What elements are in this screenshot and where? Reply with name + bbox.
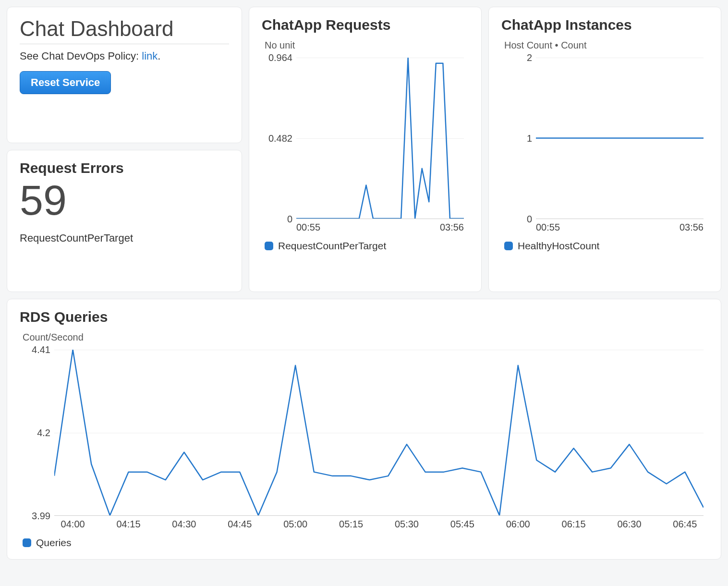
- ytick: 4.2: [37, 427, 50, 439]
- header-card: Chat Dashboard See Chat DevOps Policy: l…: [7, 7, 242, 143]
- ytick: 0.482: [268, 133, 292, 144]
- chart-rds-plot: 4.41 4.2 3.99 04:0004:1504:3004:4505:000…: [20, 350, 708, 532]
- xtick: 06:45: [673, 519, 697, 530]
- xtick: 05:15: [339, 519, 363, 530]
- policy-link[interactable]: link: [142, 50, 158, 62]
- chart-rds-card: RDS Queries Count/Second 4.41 4.2 3.99 0…: [7, 299, 721, 560]
- chart-instances-unit: Host Count • Count: [504, 40, 708, 51]
- chart-rds-legend: Queries: [20, 537, 708, 549]
- errors-card: Request Errors 59 RequestCountPerTarget: [7, 150, 242, 292]
- chart-requests-plot: 0.964 0.482 0 00:55 03:56: [262, 58, 469, 235]
- xtick: 03:56: [679, 222, 704, 233]
- ytick: 2: [527, 52, 532, 63]
- chart-rds-line: [54, 350, 704, 515]
- chart-rds-unit: Count/Second: [23, 332, 708, 343]
- chart-instances-title: ChatApp Instances: [501, 17, 708, 33]
- ytick: 3.99: [32, 511, 50, 522]
- chart-instances-card: ChatApp Instances Host Count • Count 2 1…: [488, 7, 721, 292]
- chart-requests-legend: RequestCountPerTarget: [262, 240, 469, 252]
- xtick: 04:45: [228, 519, 252, 530]
- ytick: 4.41: [32, 344, 50, 355]
- chart-requests-unit: No unit: [265, 40, 469, 51]
- chart-instances-line: [536, 58, 704, 219]
- legend-label: HealthyHostCount: [518, 240, 599, 252]
- legend-swatch-icon: [265, 242, 273, 250]
- errors-title: Request Errors: [20, 160, 229, 176]
- xtick: 05:00: [283, 519, 307, 530]
- policy-line: See Chat DevOps Policy: link.: [20, 50, 229, 62]
- ytick: 0: [287, 214, 292, 225]
- xtick: 00:55: [296, 222, 320, 233]
- legend-swatch-icon: [23, 538, 31, 547]
- chart-requests-line: [296, 58, 464, 219]
- legend-swatch-icon: [504, 242, 513, 250]
- xtick: 04:00: [61, 519, 85, 530]
- ytick: 0: [527, 214, 532, 225]
- xtick: 03:56: [440, 222, 464, 233]
- policy-trail: .: [158, 50, 160, 62]
- page-title: Chat Dashboard: [20, 17, 229, 41]
- xtick: 05:30: [395, 519, 419, 530]
- policy-text: See Chat DevOps Policy:: [20, 50, 142, 62]
- xtick: 04:30: [172, 519, 196, 530]
- legend-label: RequestCountPerTarget: [278, 240, 386, 252]
- xtick: 04:15: [116, 519, 140, 530]
- xtick: 06:00: [506, 519, 530, 530]
- xtick: 06:15: [562, 519, 586, 530]
- errors-value: 59: [20, 179, 229, 221]
- chart-instances-plot: 2 1 0 00:55 03:56: [501, 58, 708, 235]
- divider: [20, 44, 229, 44]
- xtick: 00:55: [536, 222, 560, 233]
- xtick: 06:30: [617, 519, 641, 530]
- chart-instances-legend: HealthyHostCount: [501, 240, 708, 252]
- ytick: 0.964: [268, 52, 292, 63]
- chart-requests-title: ChatApp Requests: [262, 17, 469, 33]
- reset-service-button[interactable]: Reset Service: [20, 71, 111, 94]
- ytick: 1: [527, 133, 532, 144]
- xtick: 05:45: [450, 519, 474, 530]
- errors-subtitle: RequestCountPerTarget: [20, 232, 229, 244]
- chart-requests-card: ChatApp Requests No unit 0.964 0.482 0 0…: [249, 7, 482, 292]
- chart-rds-title: RDS Queries: [20, 309, 708, 325]
- legend-label: Queries: [36, 537, 72, 549]
